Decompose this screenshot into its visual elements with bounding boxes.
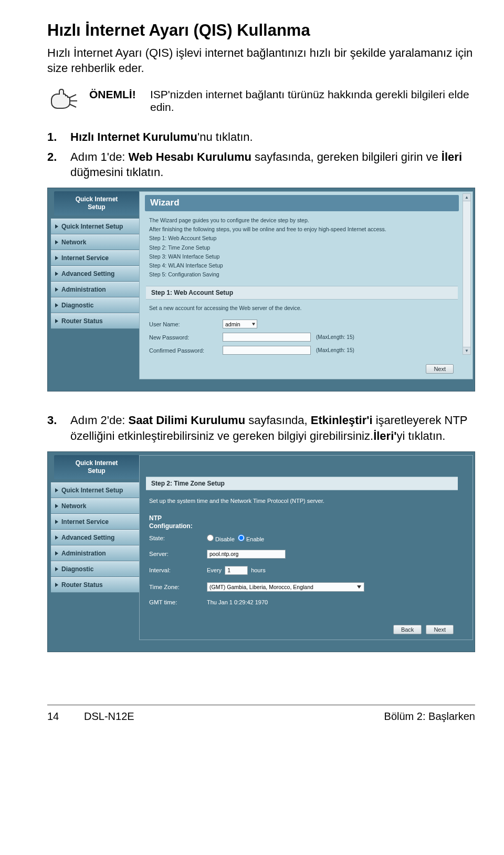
step-1: 1. Hızlı Internet Kurulumu'nu tıklatın.: [47, 129, 475, 145]
router-panel-step2: Quick Internet Setup Quick Internet Setu…: [47, 451, 475, 652]
wizard-line: Step 3: WAN Interface Setup: [149, 253, 456, 260]
page-number: 14: [47, 710, 74, 723]
scrollbar[interactable]: ▲ ▼: [463, 193, 471, 355]
confirm-password-label: Confirmed Password:: [149, 347, 223, 354]
step-1-bold: Hızlı Internet Kurulumu: [70, 130, 197, 143]
chevron-down-icon[interactable]: [357, 585, 361, 589]
sidebar-item-internet-service[interactable]: Internet Service: [51, 514, 139, 530]
back-button[interactable]: Back: [393, 625, 422, 634]
sidebar-item-label: Internet Service: [61, 254, 109, 262]
sidebar-item-router-status[interactable]: Router Status: [51, 313, 139, 329]
chevron-right-icon: [55, 535, 58, 540]
chevron-right-icon: [55, 303, 58, 307]
new-password-input[interactable]: [223, 333, 311, 342]
sidebar-item-quick-internet-setup[interactable]: Quick Internet Setup: [51, 219, 139, 234]
chevron-right-icon: [55, 224, 58, 229]
wizard-line: Step 4: WLAN Interface Setup: [149, 262, 456, 269]
step-3: 3. Adım 2'de: Saat Dilimi Kurulumu sayfa…: [47, 413, 475, 444]
svg-line-1: [69, 95, 76, 98]
chevron-right-icon: [55, 287, 58, 292]
sidebar-item-advanced-setting[interactable]: Advanced Setting: [51, 266, 139, 282]
sidebar-item-internet-service[interactable]: Internet Service: [51, 250, 139, 266]
radio-enable-input[interactable]: [238, 534, 245, 541]
chevron-right-icon: [55, 520, 58, 524]
chevron-right-icon: [55, 272, 58, 276]
confirm-password-input[interactable]: [223, 346, 311, 355]
steps-list: 1. Hızlı Internet Kurulumu'nu tıklatın. …: [47, 129, 475, 180]
radio-disable-input[interactable]: [207, 534, 214, 541]
step-2-bold: Web Hesabı Kurulumu: [129, 150, 251, 163]
interval-input[interactable]: [225, 566, 248, 575]
sidebar-item-label: Quick Internet Setup: [61, 487, 123, 494]
chevron-right-icon: [55, 504, 58, 508]
row-gmt-time: GMT time: Thu Jan 1 0:29:42 1970: [144, 595, 468, 609]
chevron-down-icon[interactable]: [252, 323, 255, 325]
sidebar-item-quick-internet-setup[interactable]: Quick Internet Setup: [51, 482, 139, 498]
qis-header[interactable]: Quick Internet Setup: [54, 455, 139, 479]
interval-suffix: hours: [251, 567, 266, 573]
qis-line-1: Quick Internet: [57, 459, 136, 467]
sidebar-item-label: Internet Service: [61, 518, 109, 526]
sidebar-item-label: Advanced Setting: [61, 270, 114, 277]
sidebar-item-label: Router Status: [61, 317, 103, 325]
radio-enable[interactable]: Enable: [238, 534, 264, 542]
sidebar-item-label: Quick Internet Setup: [61, 223, 123, 230]
step-num: 1.: [47, 129, 62, 145]
sidebar-item-network[interactable]: Network: [51, 498, 139, 514]
sidebar-item-diagnostic[interactable]: Diagnostic: [51, 297, 139, 313]
sidebar-item-diagnostic[interactable]: Diagnostic: [51, 561, 139, 577]
wizard-line: Step 2: Time Zone Setup: [149, 244, 456, 251]
disable-text: Disable: [215, 536, 235, 542]
sidebar-item-advanced-setting[interactable]: Advanced Setting: [51, 530, 139, 545]
sidebar-item-administration[interactable]: Administration: [51, 545, 139, 561]
page-footer: 14 DSL-N12E Bölüm 2: Başlarken: [47, 705, 475, 723]
wizard-line: After finishing the following steps, you…: [149, 225, 456, 233]
qis-header[interactable]: Quick Internet Setup: [54, 191, 139, 215]
step1-desc: Set a new account for accessing the Web …: [144, 305, 468, 317]
new-password-label: New Password:: [149, 334, 223, 341]
enable-text: Enable: [246, 536, 264, 542]
user-name-label: User Name:: [149, 321, 223, 327]
sidebar-item-label: Advanced Setting: [61, 534, 114, 541]
step-1-rest: 'nu tıklatın.: [197, 130, 253, 143]
sidebar-item-label: Administration: [61, 286, 106, 293]
wizard-line: Step 5: Configuration Saving: [149, 271, 456, 278]
next-button[interactable]: Next: [426, 364, 454, 374]
radio-disable[interactable]: Disable: [207, 534, 235, 542]
step2-label: Step 2: Time Zone Setup: [146, 477, 458, 490]
wizard-description: The Wizard page guides you to configure …: [144, 217, 468, 284]
step-2-c: düğmesini tıklatın.: [70, 166, 163, 179]
step-3-d: yi tıklatın.: [397, 429, 446, 442]
sidebar-item-label: Router Status: [61, 581, 103, 589]
note-hand-icon: [47, 88, 81, 109]
chapter-label: Bölüm 2: Başlarken: [384, 710, 475, 723]
qis-line-2: Setup: [57, 203, 136, 211]
step-3-a: Adım 2'de:: [70, 414, 129, 427]
maxlength-hint: (MaxLength: 15): [316, 347, 354, 353]
maxlength-hint: (MaxLength: 15): [316, 334, 354, 340]
scroll-up-icon[interactable]: ▲: [463, 194, 470, 201]
content-panel: Step 2: Time Zone Setup Set up the syste…: [139, 455, 473, 640]
server-input[interactable]: [207, 550, 286, 559]
page-title: Hızlı İnternet Ayarı (QIS) Kullanma: [47, 21, 475, 40]
sidebar-item-administration[interactable]: Administration: [51, 282, 139, 297]
state-label: State:: [149, 535, 207, 541]
step-2: 2. Adım 1'de: Web Hesabı Kurulumu sayfas…: [47, 149, 475, 180]
note-text: ISP'nizden internet bağlantı türünüz hak…: [150, 88, 475, 114]
step-2-b: sayfasında, gereken bilgileri girin ve: [251, 150, 442, 163]
interval-label: Interval:: [149, 567, 207, 573]
next-button[interactable]: Next: [426, 625, 454, 634]
timezone-label: Time Zone:: [149, 584, 207, 590]
model-name: DSL-N12E: [84, 710, 134, 723]
sidebar-item-network[interactable]: Network: [51, 234, 139, 250]
sidebar-item-label: Network: [61, 502, 86, 510]
step-3-bold: Saat Dilimi Kurulumu: [129, 414, 245, 427]
step2-desc: Set up the system time and the Network T…: [144, 496, 468, 514]
row-new-password: New Password: (MaxLength: 15): [144, 331, 468, 344]
scroll-down-icon[interactable]: ▼: [463, 347, 470, 354]
row-interval: Interval: Every hours: [144, 562, 468, 579]
timezone-select[interactable]: [207, 582, 364, 592]
sidebar-item-router-status[interactable]: Router Status: [51, 577, 139, 593]
step-3-b: sayfasında,: [245, 414, 311, 427]
qis-line-2: Setup: [57, 467, 136, 475]
